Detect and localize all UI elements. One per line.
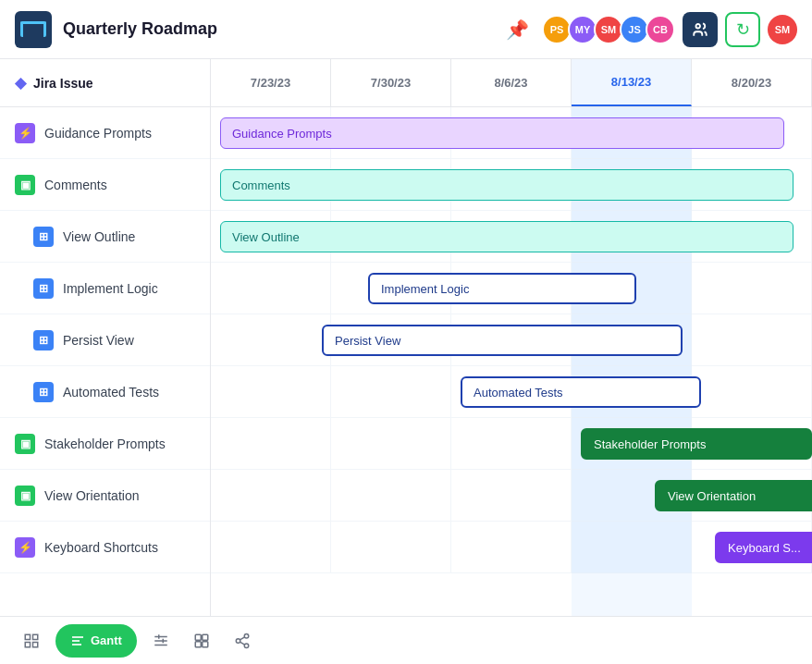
svg-point-19: [244, 644, 249, 648]
gantt-cell-r6-c1: [331, 418, 451, 469]
sidebar-item-view-orientation[interactable]: ▣View Orientation: [0, 470, 210, 522]
svg-rect-16: [203, 641, 208, 646]
avatar-cb[interactable]: CB: [646, 15, 675, 44]
gantt-body: Guidance PromptsCommentsView OutlineImpl…: [211, 107, 812, 616]
sidebar-header: ◆ Jira Issue: [0, 59, 210, 107]
automated-tests-icon: ⊞: [33, 382, 54, 402]
stakeholder-prompts-label: Stakeholder Prompts: [44, 437, 166, 451]
svg-point-17: [244, 633, 249, 638]
svg-rect-1: [25, 634, 30, 639]
view-orientation-icon: ▣: [15, 486, 35, 506]
persist-view-label: Persist View: [63, 333, 134, 348]
persist-view-icon: ⊞: [33, 330, 54, 350]
gantt-bar-7[interactable]: View Orientation: [655, 480, 812, 511]
implement-logic-icon: ⊞: [33, 278, 54, 299]
share-team-button[interactable]: [683, 12, 718, 47]
gantt-header-col-730: 7/30/23: [331, 59, 451, 106]
gantt-cell-r3-c0: [211, 263, 331, 314]
svg-rect-15: [195, 641, 201, 646]
pin-button[interactable]: 📌: [499, 12, 535, 47]
comments-icon: ▣: [15, 175, 35, 195]
gantt-cell-r5-c4: [692, 366, 812, 417]
comments-label: Comments: [44, 178, 107, 192]
sidebar-item-keyboard-shortcuts[interactable]: ⚡Keyboard Shortcuts: [0, 522, 210, 573]
refresh-button[interactable]: ↻: [725, 12, 760, 47]
gantt-bar-5[interactable]: Automated Tests: [461, 376, 701, 408]
gantt-cell-r5-c1: [331, 366, 451, 417]
gantt-cell-r8-c0: [211, 522, 331, 572]
bottom-toolbar: Gantt: [0, 616, 812, 664]
gantt-cell-r5-c0: [211, 366, 331, 417]
svg-point-18: [236, 638, 240, 643]
gantt-cell-r7-c1: [331, 470, 451, 521]
gantt-cell-r4-c0: [211, 314, 331, 365]
guidance-prompts-icon: ⚡: [15, 123, 35, 143]
keyboard-shortcuts-icon: ⚡: [15, 537, 35, 558]
sidebar-header-label: Jira Issue: [33, 76, 93, 91]
gantt-cell-r8-c2: [451, 522, 572, 572]
settings-button[interactable]: [144, 624, 178, 658]
gantt-bar-4[interactable]: Persist View: [322, 325, 683, 356]
sidebar-items: ⚡Guidance Prompts▣Comments⊞View Outline⊞…: [0, 107, 210, 573]
gantt-cell-r8-c3: [572, 522, 692, 572]
gantt-area: 7/23/237/30/238/6/238/13/238/20/23 Guida…: [211, 59, 812, 616]
header: Quarterly Roadmap 📌 PS MY SM JS CB ↻ SM: [0, 0, 812, 59]
svg-line-21: [240, 636, 244, 639]
svg-line-20: [240, 642, 244, 645]
main-area: ◆ Jira Issue ⚡Guidance Prompts▣Comments⊞…: [0, 59, 812, 616]
user-avatar[interactable]: SM: [768, 15, 797, 44]
svg-rect-14: [203, 634, 208, 640]
svg-rect-2: [33, 634, 38, 639]
svg-point-0: [696, 24, 701, 29]
gantt-bar-8[interactable]: Keyboard S...: [715, 532, 812, 563]
gantt-bar-6[interactable]: Stakeholder Prompts: [581, 428, 812, 460]
sidebar-item-comments[interactable]: ▣Comments: [0, 159, 210, 211]
jira-icon: ◆: [15, 74, 26, 92]
gantt-header-col-86: 8/6/23: [451, 59, 572, 106]
gantt-header-col-813: 8/13/23: [572, 59, 692, 106]
share-button[interactable]: [226, 624, 259, 658]
stakeholder-prompts-icon: ▣: [15, 434, 35, 454]
svg-rect-13: [195, 634, 201, 640]
sidebar-item-implement-logic[interactable]: ⊞Implement Logic: [0, 263, 210, 314]
gantt-cell-r4-c4: [692, 314, 812, 365]
sidebar-item-stakeholder-prompts[interactable]: ▣Stakeholder Prompts: [0, 418, 210, 470]
guidance-prompts-label: Guidance Prompts: [44, 126, 152, 141]
view-orientation-label: View Orientation: [44, 488, 139, 503]
gantt-cell-r8-c1: [331, 522, 451, 572]
gantt-bar-1[interactable]: Comments: [220, 169, 794, 201]
svg-rect-3: [33, 642, 38, 646]
gantt-cell-r7-c0: [211, 470, 331, 521]
gantt-cell-r7-c2: [451, 470, 572, 521]
gantt-bar-3[interactable]: Implement Logic: [368, 273, 636, 304]
gantt-header: 7/23/237/30/238/6/238/13/238/20/23: [211, 59, 812, 107]
gantt-bar-2[interactable]: View Outline: [220, 221, 794, 252]
sidebar-item-guidance-prompts[interactable]: ⚡Guidance Prompts: [0, 107, 210, 159]
refresh-icon: ↻: [736, 19, 750, 40]
gantt-cell-r6-c2: [451, 418, 572, 469]
sidebar-item-view-outline[interactable]: ⊞View Outline: [0, 211, 210, 263]
gantt-view-button[interactable]: Gantt: [55, 624, 137, 658]
keyboard-shortcuts-label: Keyboard Shortcuts: [44, 540, 158, 555]
svg-rect-4: [25, 642, 30, 646]
sidebar-item-persist-view[interactable]: ⊞Persist View: [0, 314, 210, 366]
app-logo: [15, 11, 52, 48]
sidebar-item-automated-tests[interactable]: ⊞Automated Tests: [0, 366, 210, 418]
implement-logic-label: Implement Logic: [63, 281, 158, 296]
view-outline-icon: ⊞: [33, 227, 54, 247]
gantt-bar-0[interactable]: Guidance Prompts: [220, 117, 784, 149]
gantt-cell-r3-c4: [692, 263, 812, 314]
gantt-header-col-820: 8/20/23: [692, 59, 812, 106]
view-outline-label: View Outline: [63, 229, 135, 244]
avatar-group: PS MY SM JS CB: [542, 15, 675, 44]
gantt-label: Gantt: [91, 633, 122, 647]
sidebar: ◆ Jira Issue ⚡Guidance Prompts▣Comments⊞…: [0, 59, 211, 616]
gantt-cell-r6-c0: [211, 418, 331, 469]
group-button[interactable]: [185, 624, 218, 658]
gantt-header-col-723: 7/23/23: [211, 59, 331, 106]
grid-view-button[interactable]: [15, 624, 48, 658]
app-title: Quarterly Roadmap: [63, 19, 499, 39]
automated-tests-label: Automated Tests: [63, 385, 159, 400]
header-actions: 📌 PS MY SM JS CB ↻ SM: [499, 12, 797, 47]
